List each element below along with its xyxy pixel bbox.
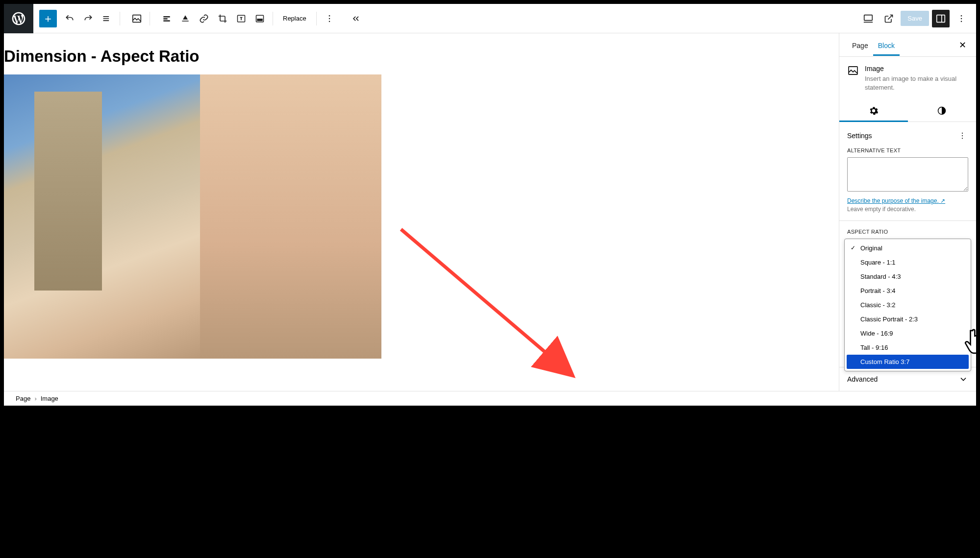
svg-rect-1 xyxy=(163,16,170,18)
aspect-ratio-option[interactable]: Classic - 3:2 xyxy=(847,298,969,312)
svg-point-13 xyxy=(961,15,962,16)
svg-point-20 xyxy=(962,135,963,136)
document-overview-button[interactable] xyxy=(98,10,116,27)
undo-icon xyxy=(65,14,75,24)
undo-button[interactable] xyxy=(61,10,78,27)
svg-rect-0 xyxy=(133,15,141,22)
toolbar-separator xyxy=(273,12,273,25)
image-icon xyxy=(847,65,859,76)
chevron-right-icon: › xyxy=(34,395,36,402)
breadcrumb-current[interactable]: Image xyxy=(41,395,58,402)
top-toolbar: ＋ Replace Save xyxy=(4,4,976,33)
wordpress-logo[interactable] xyxy=(4,4,33,33)
settings-panel-toggle[interactable] xyxy=(932,10,950,27)
aspect-ratio-label: ASPECT RATIO xyxy=(847,229,968,235)
annotation-arrow xyxy=(396,224,582,381)
view-desktop-button[interactable] xyxy=(859,10,877,27)
aspect-ratio-option[interactable]: Classic Portrait - 2:3 xyxy=(847,312,969,326)
crop-button[interactable] xyxy=(214,10,231,27)
replace-button[interactable]: Replace xyxy=(277,12,312,25)
add-block-button[interactable]: ＋ xyxy=(39,10,57,27)
settings-sidebar: Page Block ✕ Image Insert an image to ma… xyxy=(839,33,976,391)
toolbar-separator xyxy=(120,12,120,25)
svg-rect-17 xyxy=(849,67,857,74)
duotone-icon xyxy=(255,14,265,24)
close-sidebar-button[interactable]: ✕ xyxy=(957,38,968,52)
toolbar-separator xyxy=(150,12,150,25)
svg-line-16 xyxy=(401,229,568,371)
svg-rect-6 xyxy=(257,19,262,20)
breadcrumb: Page › Image xyxy=(4,391,976,406)
caption-icon xyxy=(180,14,190,24)
tab-block[interactable]: Block xyxy=(873,35,900,55)
breadcrumb-root[interactable]: Page xyxy=(16,395,30,402)
aspect-ratio-option[interactable]: Tall - 9:16 xyxy=(847,340,969,355)
aspect-ratio-option[interactable]: Portrait - 3:4 xyxy=(847,284,969,298)
svg-point-9 xyxy=(328,21,330,22)
svg-point-21 xyxy=(962,138,963,139)
svg-rect-11 xyxy=(937,15,945,22)
settings-heading: Settings xyxy=(847,132,872,140)
more-vertical-icon xyxy=(956,14,966,24)
svg-point-14 xyxy=(961,18,962,19)
toolbar-separator xyxy=(316,12,317,25)
caption-button[interactable] xyxy=(176,10,194,27)
subtab-settings[interactable] xyxy=(839,100,908,121)
aspect-ratio-dropdown[interactable]: OriginalSquare - 1:1Standard - 4:3Portra… xyxy=(844,239,971,371)
text-overlay-button[interactable] xyxy=(232,10,250,27)
subtab-styles[interactable] xyxy=(908,100,977,121)
crop-icon xyxy=(218,14,227,24)
collapse-toolbar-button[interactable] xyxy=(347,10,365,27)
svg-rect-10 xyxy=(864,15,873,20)
svg-point-7 xyxy=(328,15,330,16)
more-vertical-icon xyxy=(325,14,334,24)
alt-text-label: ALTERNATIVE TEXT xyxy=(847,147,968,153)
aspect-ratio-option[interactable]: Standard - 4:3 xyxy=(847,269,969,284)
image-icon xyxy=(131,13,142,24)
styles-icon xyxy=(937,106,947,116)
desktop-icon xyxy=(863,13,874,24)
duotone-button[interactable] xyxy=(251,10,269,27)
settings-options-button[interactable] xyxy=(956,130,968,142)
redo-button[interactable] xyxy=(79,10,97,27)
svg-point-8 xyxy=(328,18,330,19)
svg-point-19 xyxy=(962,133,963,134)
align-icon xyxy=(162,14,172,24)
chevrons-left-icon xyxy=(351,14,361,24)
aspect-ratio-option[interactable]: Square - 1:1 xyxy=(847,255,969,269)
image-block[interactable] xyxy=(4,74,381,359)
aspect-ratio-option[interactable]: Original xyxy=(847,241,969,255)
text-overlay-icon xyxy=(236,14,246,24)
aspect-ratio-option[interactable]: Wide - 16:9 xyxy=(847,326,969,340)
alt-text-hint: Leave empty if decorative. xyxy=(847,206,968,213)
alt-text-input[interactable] xyxy=(847,157,968,192)
aspect-ratio-option[interactable]: Custom Ratio 3:7 xyxy=(847,355,969,369)
link-button[interactable] xyxy=(195,10,213,27)
svg-rect-2 xyxy=(163,18,167,20)
editor-canvas[interactable]: Dimension - Aspect Ratio xyxy=(4,33,839,391)
list-view-icon xyxy=(102,14,112,24)
save-button[interactable]: Save xyxy=(901,11,929,26)
advanced-label: Advanced xyxy=(847,375,878,383)
view-page-button[interactable] xyxy=(880,10,898,27)
external-link-icon xyxy=(884,14,894,24)
gear-icon xyxy=(869,106,879,116)
tab-page[interactable]: Page xyxy=(847,35,873,55)
page-title[interactable]: Dimension - Aspect Ratio xyxy=(4,47,839,66)
link-icon xyxy=(199,14,209,24)
more-vertical-icon xyxy=(958,131,967,140)
block-description: Insert an image to make a visual stateme… xyxy=(865,74,968,92)
image-block-button[interactable] xyxy=(128,10,146,27)
more-options-button[interactable] xyxy=(321,10,338,27)
sidebar-icon xyxy=(935,13,946,24)
alt-text-help-link[interactable]: Describe the purpose of the image. ↗ xyxy=(847,197,945,204)
block-name: Image xyxy=(865,65,968,73)
options-button[interactable] xyxy=(953,10,970,27)
svg-rect-3 xyxy=(163,20,170,22)
svg-point-15 xyxy=(961,21,962,22)
align-button[interactable] xyxy=(158,10,176,27)
redo-icon xyxy=(83,14,93,24)
wordpress-icon xyxy=(11,11,26,26)
chevron-down-icon xyxy=(958,374,968,384)
